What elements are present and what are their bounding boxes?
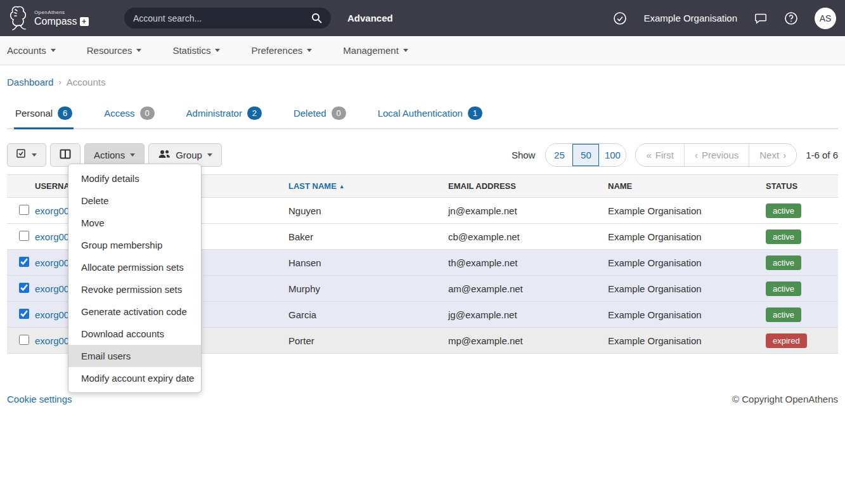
help-icon[interactable] xyxy=(784,11,798,25)
user-avatar[interactable]: AS xyxy=(815,8,836,29)
email-cell: mp@example.net xyxy=(446,328,605,354)
row-checkbox[interactable] xyxy=(19,205,29,215)
pagination: « First ‹ Previous Next › xyxy=(635,143,797,167)
caret-down-icon xyxy=(207,153,212,157)
main-nav: Accounts Resources Statistics Preference… xyxy=(0,36,845,65)
tab-count-badge: 6 xyxy=(58,107,72,120)
header-select-all xyxy=(7,175,32,198)
chat-icon[interactable] xyxy=(754,11,768,25)
last-name-cell: Nguyen xyxy=(286,198,446,224)
menu-item-modify-details[interactable]: Modify details xyxy=(68,167,201,190)
menu-item-delete[interactable]: Delete xyxy=(68,190,201,212)
breadcrumb: Dashboard › Accounts xyxy=(0,65,845,87)
double-chevron-left-icon: « xyxy=(646,150,651,160)
email-cell: jg@example.net xyxy=(446,302,605,328)
caret-down-icon xyxy=(32,153,37,157)
nav-resources[interactable]: Resources xyxy=(87,45,142,56)
org-name-cell: Example Organisation xyxy=(605,250,763,276)
email-cell: th@example.net xyxy=(446,250,605,276)
first-page-button[interactable]: « First xyxy=(636,144,684,166)
tab-local-authentication[interactable]: Local Authentication1 xyxy=(377,107,484,129)
status-badge: active xyxy=(766,204,801,218)
menu-item-allocate-permission-sets[interactable]: Allocate permission sets xyxy=(68,256,201,278)
status-badge: active xyxy=(766,255,801,270)
result-range: 1-6 of 6 xyxy=(806,150,838,160)
menu-item-modify-account-expiry-date[interactable]: Modify account expiry date xyxy=(68,367,201,389)
row-checkbox[interactable] xyxy=(19,257,29,267)
breadcrumb-separator-icon: › xyxy=(58,77,61,87)
status-badge: active xyxy=(766,307,801,322)
last-name-cell: Garcia xyxy=(286,302,446,328)
breadcrumb-dashboard-link[interactable]: Dashboard xyxy=(7,77,53,87)
menu-item-revoke-permission-sets[interactable]: Revoke permission sets xyxy=(68,278,201,300)
org-name-cell: Example Organisation xyxy=(605,276,763,302)
nav-statistics[interactable]: Statistics xyxy=(172,45,220,56)
menu-item-move[interactable]: Move xyxy=(68,212,201,234)
topbar: OpenAthens Compass + Advanced Example Or… xyxy=(0,0,845,36)
tab-deleted[interactable]: Deleted0 xyxy=(292,107,347,129)
next-page-button[interactable]: Next › xyxy=(749,144,796,166)
chevron-left-icon: ‹ xyxy=(695,150,698,160)
page-size-50[interactable]: 50 xyxy=(572,144,599,166)
page-size-25[interactable]: 25 xyxy=(546,144,572,166)
brand-name-large: Compass xyxy=(34,16,77,27)
show-label: Show xyxy=(512,150,536,160)
footer: Cookie settings © Copyright OpenAthens xyxy=(0,394,845,404)
columns-icon xyxy=(60,149,71,161)
check-circle-icon[interactable] xyxy=(613,11,627,25)
advanced-search-link[interactable]: Advanced xyxy=(347,13,393,23)
nav-accounts[interactable]: Accounts xyxy=(7,45,56,56)
page-size-100[interactable]: 100 xyxy=(599,144,626,166)
org-name-cell: Example Organisation xyxy=(605,302,763,328)
status-badge: active xyxy=(766,281,801,296)
email-cell: cb@example.net xyxy=(446,224,605,250)
select-rows-button[interactable] xyxy=(7,143,46,167)
nav-preferences[interactable]: Preferences xyxy=(251,45,312,56)
openathens-owl-icon xyxy=(6,3,32,34)
checkbox-select-icon xyxy=(16,149,27,161)
row-checkbox[interactable] xyxy=(19,309,29,319)
caret-down-icon xyxy=(130,153,135,157)
search-icon[interactable] xyxy=(311,13,322,23)
last-name-cell: Baker xyxy=(286,224,446,250)
chevron-right-icon: › xyxy=(783,150,786,160)
cookie-settings-link[interactable]: Cookie settings xyxy=(7,394,72,404)
group-icon xyxy=(158,149,171,161)
caret-down-icon xyxy=(51,49,56,52)
header-last-name[interactable]: LAST NAME▲ xyxy=(286,175,446,198)
menu-item-generate-activation-code[interactable]: Generate activation code xyxy=(68,300,201,323)
compass-plus-icon: + xyxy=(80,17,89,26)
nav-management[interactable]: Management xyxy=(343,45,408,56)
row-checkbox[interactable] xyxy=(19,283,29,293)
row-checkbox[interactable] xyxy=(19,231,29,241)
account-search-box[interactable] xyxy=(124,8,331,29)
caret-down-icon xyxy=(403,49,408,52)
tab-personal[interactable]: Personal6 xyxy=(14,107,74,129)
caret-down-icon xyxy=(307,49,312,52)
brand-logo[interactable]: OpenAthens Compass + xyxy=(6,3,120,34)
tab-administrator[interactable]: Administrator2 xyxy=(185,107,263,129)
org-name-cell: Example Organisation xyxy=(605,328,763,354)
account-type-tabs: Personal6 Access0 Administrator2 Deleted… xyxy=(7,107,838,129)
breadcrumb-current: Accounts xyxy=(67,77,106,87)
tab-access[interactable]: Access0 xyxy=(103,107,155,129)
email-cell: jn@example.net xyxy=(446,198,605,224)
header-status[interactable]: STATUS xyxy=(763,175,838,198)
menu-item-group-membership[interactable]: Group membership xyxy=(68,234,201,256)
last-name-cell: Porter xyxy=(286,328,446,354)
header-email[interactable]: EMAIL ADDRESS xyxy=(446,175,605,198)
last-name-cell: Murphy xyxy=(286,276,446,302)
previous-page-button[interactable]: ‹ Previous xyxy=(684,144,749,166)
organisation-name[interactable]: Example Organisation xyxy=(643,13,737,23)
page-size-group: 25 50 100 xyxy=(545,143,626,167)
org-name-cell: Example Organisation xyxy=(605,224,763,250)
caret-down-icon xyxy=(136,49,141,52)
row-checkbox[interactable] xyxy=(19,335,29,345)
account-search-input[interactable] xyxy=(133,13,311,23)
email-cell: am@example.net xyxy=(446,276,605,302)
sort-asc-icon: ▲ xyxy=(339,183,345,190)
menu-item-email-users[interactable]: Email users xyxy=(68,345,201,367)
org-name-cell: Example Organisation xyxy=(605,198,763,224)
header-name[interactable]: NAME xyxy=(605,175,763,198)
menu-item-download-accounts[interactable]: Download accounts xyxy=(68,323,201,345)
